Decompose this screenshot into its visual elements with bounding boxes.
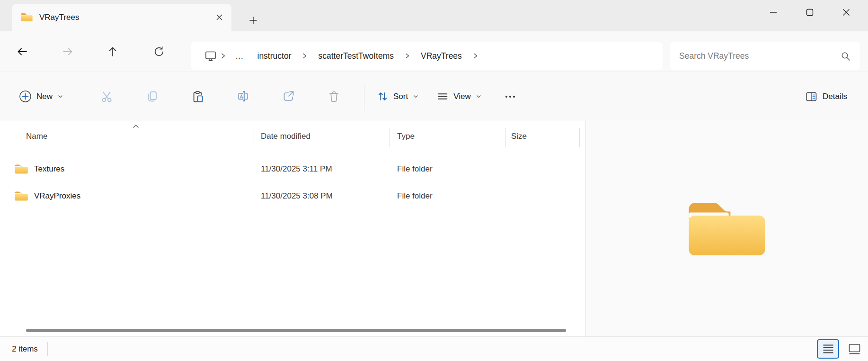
main-content: Name Date modified Type Size Textures 11… bbox=[0, 121, 868, 336]
chevron-down-icon bbox=[57, 93, 63, 99]
column-header-date-modified[interactable]: Date modified bbox=[261, 132, 310, 141]
file-date-modified: 11/30/2025 3:08 PM bbox=[261, 191, 333, 201]
rename-button[interactable] bbox=[230, 83, 256, 110]
close-icon bbox=[216, 14, 223, 21]
breadcrumb-item-instructor[interactable]: instructor bbox=[250, 51, 299, 61]
window-controls bbox=[759, 0, 868, 25]
new-button[interactable]: New bbox=[14, 86, 68, 107]
details-pane-button[interactable]: Details bbox=[800, 87, 852, 106]
breadcrumb-item-vraytrees[interactable]: VRayTrees bbox=[414, 51, 469, 61]
chevron-down-icon bbox=[476, 93, 482, 99]
column-header-type[interactable]: Type bbox=[397, 132, 415, 141]
sort-button[interactable]: Sort bbox=[372, 87, 424, 106]
search-input[interactable] bbox=[679, 51, 841, 61]
file-type: File folder bbox=[397, 191, 433, 201]
toolbar-divider bbox=[76, 83, 76, 110]
close-window-button[interactable] bbox=[832, 0, 861, 25]
column-header-row: Name Date modified Type Size bbox=[0, 126, 585, 149]
ellipsis-icon bbox=[504, 90, 516, 103]
chevron-right-icon[interactable] bbox=[221, 52, 226, 60]
breadcrumb-item-scattertesttwoitems[interactable]: scatterTestTwoItems bbox=[311, 51, 401, 61]
sort-button-label: Sort bbox=[393, 92, 408, 101]
search-box bbox=[670, 42, 860, 70]
folder-icon bbox=[14, 163, 28, 175]
minimize-button[interactable] bbox=[759, 0, 788, 25]
chevron-down-icon bbox=[413, 93, 419, 99]
share-icon bbox=[282, 90, 295, 103]
statusbar-divider bbox=[47, 342, 48, 356]
file-rows: Textures 11/30/2025 3:11 PM File folder … bbox=[0, 156, 585, 210]
search-icon[interactable] bbox=[841, 51, 850, 61]
share-button[interactable] bbox=[275, 83, 301, 110]
chevron-right-icon[interactable] bbox=[302, 52, 307, 60]
explorer-tab[interactable]: VRayTrees bbox=[12, 4, 231, 31]
chevron-right-icon[interactable] bbox=[473, 52, 478, 60]
items-count: 2 items bbox=[12, 344, 38, 354]
file-explorer-window: VRayTrees bbox=[0, 0, 868, 361]
minimize-icon bbox=[770, 9, 777, 16]
new-circle-plus-icon bbox=[19, 90, 32, 103]
toolbar-divider bbox=[364, 83, 364, 110]
file-type: File folder bbox=[397, 164, 433, 174]
sort-ascending-caret-icon bbox=[133, 124, 139, 128]
view-button[interactable]: View bbox=[432, 87, 487, 106]
back-button[interactable] bbox=[12, 42, 32, 62]
copy-icon bbox=[146, 90, 159, 103]
horizontal-scrollbar[interactable] bbox=[26, 329, 566, 332]
breadcrumb-ellipsis[interactable]: … bbox=[230, 51, 250, 61]
copy-button[interactable] bbox=[139, 83, 165, 110]
tab-close-button[interactable] bbox=[212, 10, 227, 25]
table-row-textures[interactable]: Textures 11/30/2025 3:11 PM File folder bbox=[0, 156, 585, 183]
this-pc-icon bbox=[204, 50, 217, 62]
file-name[interactable]: Textures bbox=[34, 164, 64, 174]
paste-button[interactable] bbox=[184, 83, 211, 110]
column-header-size[interactable]: Size bbox=[511, 132, 527, 141]
details-pane-icon bbox=[805, 91, 818, 102]
plus-icon bbox=[249, 16, 257, 25]
column-divider[interactable] bbox=[505, 128, 506, 147]
cut-icon bbox=[100, 90, 113, 103]
address-bar[interactable]: … instructor scatterTestTwoItems VRayTre… bbox=[191, 42, 663, 70]
large-icons-view-toggle-button[interactable] bbox=[845, 340, 863, 358]
cut-button[interactable] bbox=[93, 83, 120, 110]
file-list-pane: Name Date modified Type Size Textures 11… bbox=[0, 121, 585, 336]
file-date-modified: 11/30/2025 3:11 PM bbox=[261, 164, 332, 174]
maximize-icon bbox=[806, 9, 814, 16]
column-divider[interactable] bbox=[389, 128, 390, 147]
status-bar: 2 items bbox=[0, 336, 868, 361]
up-button[interactable] bbox=[103, 42, 123, 62]
refresh-button[interactable] bbox=[149, 42, 169, 62]
column-divider[interactable] bbox=[579, 128, 580, 147]
sort-icon bbox=[377, 90, 389, 102]
column-divider[interactable] bbox=[254, 128, 254, 147]
arrow-right-icon bbox=[62, 45, 74, 58]
details-view-toggle-button[interactable] bbox=[817, 339, 839, 359]
forward-button[interactable] bbox=[58, 42, 78, 62]
more-options-button[interactable] bbox=[499, 85, 522, 108]
file-name[interactable]: VRayProxies bbox=[34, 191, 80, 201]
maximize-button[interactable] bbox=[795, 0, 824, 25]
paste-icon bbox=[191, 90, 204, 103]
large-icons-view-icon bbox=[848, 343, 861, 355]
new-button-label: New bbox=[36, 92, 53, 101]
view-button-label: View bbox=[453, 92, 471, 101]
details-view-icon bbox=[823, 344, 834, 354]
delete-button[interactable] bbox=[320, 83, 347, 110]
new-tab-button[interactable] bbox=[245, 12, 262, 29]
command-bar: New bbox=[0, 72, 868, 121]
preview-pane bbox=[585, 121, 868, 336]
column-header-name[interactable]: Name bbox=[26, 132, 47, 141]
arrow-left-icon bbox=[16, 45, 28, 58]
folder-icon bbox=[20, 12, 33, 22]
close-icon bbox=[842, 9, 850, 16]
details-pane-label: Details bbox=[823, 92, 847, 101]
folder-icon bbox=[14, 190, 28, 202]
folder-preview-icon bbox=[685, 196, 769, 262]
table-row-vrayproxies[interactable]: VRayProxies 11/30/2025 3:08 PM File fold… bbox=[0, 183, 585, 210]
chevron-right-icon[interactable] bbox=[405, 52, 410, 60]
rename-icon bbox=[237, 90, 249, 103]
tab-title: VRayTrees bbox=[39, 13, 212, 22]
arrow-up-icon bbox=[106, 45, 119, 58]
navigation-bar: … instructor scatterTestTwoItems VRayTre… bbox=[0, 31, 868, 72]
view-list-icon bbox=[437, 90, 449, 102]
